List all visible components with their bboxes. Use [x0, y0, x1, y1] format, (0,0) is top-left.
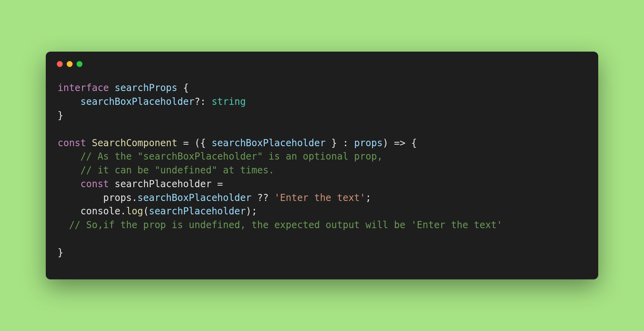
indent — [58, 219, 69, 231]
maximize-icon[interactable] — [77, 61, 82, 67]
argument: searchPlaceholder — [149, 206, 246, 217]
paren: ( — [143, 206, 149, 217]
brace: } — [58, 110, 63, 121]
comment: // So,if the prop is undefined, the expe… — [69, 219, 502, 231]
keyword: interface — [58, 82, 109, 93]
dot: . — [120, 206, 126, 217]
comment: // As the "searchBoxPlaceholder" is an o… — [80, 151, 383, 162]
dot: . — [132, 192, 137, 203]
indent — [58, 179, 80, 190]
close-icon[interactable] — [57, 61, 63, 67]
code-body: interface searchProps { searchBoxPlaceho… — [46, 70, 598, 279]
indent — [58, 165, 80, 176]
brace: } — [58, 247, 63, 258]
code-window: interface searchProps { searchBoxPlaceho… — [46, 52, 598, 279]
type-annotation: string — [212, 96, 246, 107]
interface-name: searchProps — [115, 82, 178, 93]
keyword: const — [80, 179, 109, 190]
variable: searchPlaceholder — [115, 179, 212, 190]
paren: ); — [246, 206, 257, 217]
equals: = — [212, 179, 223, 190]
arrow: ) => { — [383, 138, 417, 149]
object: props — [103, 192, 132, 203]
property: searchBoxPlaceholder — [80, 96, 195, 107]
minimize-icon[interactable] — [67, 61, 73, 67]
keyword: const — [58, 138, 86, 149]
code-block: interface searchProps { searchBoxPlaceho… — [58, 81, 586, 259]
indent — [58, 206, 80, 217]
property: searchBoxPlaceholder — [137, 192, 251, 203]
indent — [58, 96, 80, 107]
string-literal: 'Enter the text' — [274, 192, 365, 203]
paren: ({ — [195, 138, 212, 149]
equals: = — [177, 138, 194, 149]
titlebar — [46, 52, 598, 70]
nullish-operator: ?? — [251, 192, 274, 203]
indent — [58, 151, 80, 162]
brace: { — [177, 82, 189, 93]
indent — [58, 192, 103, 203]
object: console — [80, 206, 120, 217]
component-name: SearchComponent — [92, 138, 178, 149]
type-annotation: props — [354, 138, 382, 149]
param: searchBoxPlaceholder — [212, 138, 326, 149]
optional-marker: ?: — [195, 96, 206, 107]
method: log — [126, 206, 143, 217]
paren: } : — [326, 138, 354, 149]
comment: // it can be "undefined" at times. — [80, 165, 274, 176]
semicolon: ; — [365, 192, 371, 203]
